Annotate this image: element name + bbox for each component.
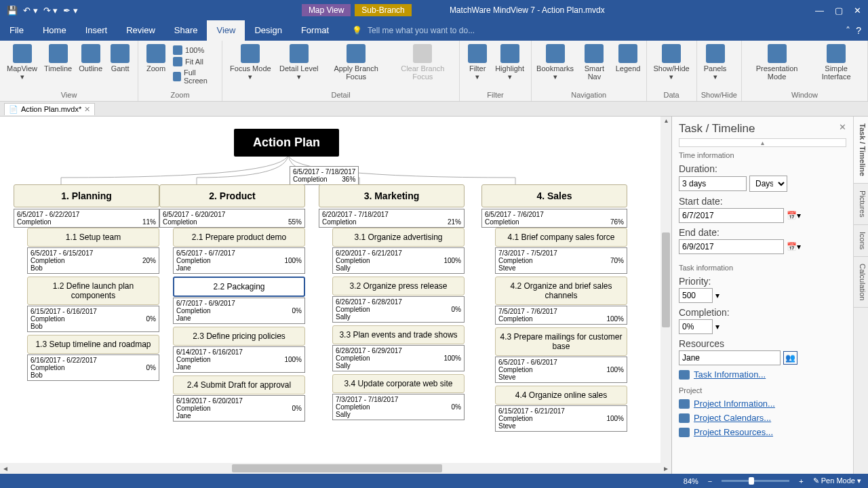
calendar-icon[interactable]: 📅▾ (787, 242, 801, 251)
document-tab[interactable]: 📄 Action Plan.mvdx* ✕ (4, 103, 95, 115)
priority-input[interactable] (679, 288, 713, 303)
task-node[interactable]: 4.1 Brief company sales force (495, 228, 627, 247)
group-zoom-label: Zoom (142, 91, 218, 100)
task-timeline-panel: Task / Timeline✕ ▴ Time information Dura… (671, 117, 868, 474)
zoom-out-icon[interactable]: − (708, 477, 712, 485)
tab-share[interactable]: Share (165, 20, 208, 41)
task-node[interactable]: 3.1 Organize advertising (332, 228, 465, 247)
panels-button[interactable]: Panels▾ (701, 43, 730, 82)
completion-input[interactable] (679, 319, 713, 334)
legend-button[interactable]: Legend (614, 43, 642, 74)
save-icon[interactable]: 💾 (7, 5, 18, 16)
context-tab-subbranch[interactable]: Sub-Branch (355, 4, 411, 16)
calendar-icon[interactable]: 📅▾ (787, 211, 801, 220)
task-node[interactable]: 3.2 Organize press release (332, 277, 465, 296)
context-tab-mapview[interactable]: Map View (302, 4, 351, 16)
task-node[interactable]: 2.1 Prepare product demo (173, 228, 305, 247)
full-screen-button[interactable]: Full Screen (171, 68, 218, 85)
vertical-scrollbar[interactable]: ▴ (660, 117, 671, 463)
branch-head[interactable]: 1. Planning (14, 184, 159, 207)
pen-mode-button[interactable]: ✎ Pen Mode ▾ (813, 476, 861, 485)
smart-nav-button[interactable]: Smart Nav (576, 43, 612, 82)
map-canvas[interactable]: Action Plan 6/5/2017 - 7/18/2017 Complet… (0, 117, 671, 474)
outline-button[interactable]: Outline (76, 43, 105, 74)
zoom-in-icon[interactable]: + (799, 477, 803, 485)
panel-collapser[interactable]: ▴ (679, 138, 846, 147)
time-info-section: Time information (679, 151, 846, 159)
task-node[interactable]: 4.2 Organize and brief sales channels (495, 277, 627, 305)
task-information-link[interactable]: Task Information... (679, 369, 846, 380)
tab-file[interactable]: File (0, 20, 33, 41)
duration-input[interactable] (679, 176, 747, 191)
close-icon[interactable]: ✕ (854, 5, 861, 16)
redo-icon[interactable]: ↷ ▾ (43, 5, 58, 16)
task-info: 6/19/2017 - 6/20/2017 Completion0% Jane (173, 395, 305, 422)
mapview-button[interactable]: MapView▾ (4, 43, 40, 82)
side-tab-icons[interactable]: Icons (854, 225, 868, 257)
end-date-input[interactable] (679, 239, 784, 254)
start-date-label: Start date: (679, 196, 846, 207)
simple-interface-button[interactable]: Simple Interface (809, 43, 863, 82)
task-node[interactable]: 4.3 Prepare mailings for customer base (495, 327, 627, 356)
highlight-button[interactable]: Highlight▾ (492, 43, 527, 82)
close-panel-icon[interactable]: ✕ (839, 122, 846, 136)
task-node[interactable]: 3.4 Update corporate web site (332, 374, 465, 393)
tab-insert[interactable]: Insert (76, 20, 117, 41)
tab-home[interactable]: Home (33, 20, 76, 41)
tab-design[interactable]: Design (245, 20, 291, 41)
apply-branch-focus-button[interactable]: Apply Branch Focus (323, 43, 389, 82)
tab-review[interactable]: Review (117, 20, 165, 41)
zoom-button[interactable]: Zoom (142, 43, 170, 74)
project-calendars-link[interactable]: Project Calendars... (679, 413, 846, 423)
side-tab-calculation[interactable]: Calculation (854, 257, 868, 308)
task-node[interactable]: 2.3 Define pricing policies (173, 327, 305, 346)
tell-me-search[interactable]: 💡Tell me what you want to do... (338, 20, 846, 41)
showhide-data-button[interactable]: Show/Hide▾ (651, 43, 692, 82)
style-icon[interactable]: ✒ ▾ (63, 5, 78, 16)
branch-info: 6/5/2017 - 6/20/2017 Completion55% (159, 209, 305, 228)
timeline-button[interactable]: Timeline (41, 43, 75, 74)
task-node[interactable]: 1.2 Define launch plan components (27, 277, 159, 305)
undo-icon[interactable]: ↶ ▾ (23, 5, 38, 16)
ribbon: MapView▾ Timeline Outline Gantt View Zoo… (0, 41, 868, 102)
root-node[interactable]: Action Plan (234, 129, 339, 157)
doc-tab-label: Action Plan.mvdx* (21, 105, 81, 113)
detail-level-button[interactable]: Detail Level ▾ (276, 43, 322, 82)
task-node[interactable]: 1.3 Setup timeline and roadmap (27, 335, 159, 354)
maximize-icon[interactable]: ▢ (835, 5, 843, 16)
zoom-level: 84% (684, 477, 698, 485)
start-date-input[interactable] (679, 208, 784, 223)
filter-button[interactable]: Filter▾ (464, 43, 491, 82)
focus-mode-button[interactable]: Focus Mode ▾ (226, 43, 275, 82)
project-information-link[interactable]: Project Information... (679, 399, 846, 409)
minimize-icon[interactable]: — (815, 5, 824, 16)
close-doc-icon[interactable]: ✕ (84, 105, 90, 114)
collapse-ribbon-icon[interactable]: ˄ (846, 25, 850, 36)
task-info: 6/15/2017 - 6/21/2017 Completion100% Ste… (495, 405, 627, 432)
branch-head[interactable]: 2. Product (159, 184, 305, 207)
side-tab-task-timeline[interactable]: Task / Timeline (854, 117, 868, 184)
zoom-100-button[interactable]: 100% (171, 45, 218, 56)
task-node[interactable]: 4.4 Organize online sales (495, 386, 627, 405)
branch-head[interactable]: 4. Sales (481, 184, 627, 207)
duration-unit-select[interactable]: Days (749, 176, 787, 192)
resources-input[interactable] (679, 350, 781, 365)
side-tab-pictures[interactable]: Pictures (854, 184, 868, 225)
window-title: MatchWare MindView 7 - Action Plan.mvdx (450, 5, 605, 15)
bookmarks-button[interactable]: Bookmarks▾ (536, 43, 574, 82)
task-node[interactable]: 2.4 Submit Draft for approval (173, 375, 305, 394)
zoom-slider[interactable] (722, 480, 789, 482)
gantt-button[interactable]: Gantt (106, 43, 134, 74)
project-resources-link[interactable]: Project Resources... (679, 427, 846, 437)
task-node[interactable]: 1.1 Setup team (27, 228, 159, 247)
presentation-mode-button[interactable]: Presentation Mode (746, 43, 808, 82)
tab-format[interactable]: Format (292, 20, 338, 41)
horizontal-scrollbar[interactable]: ◂▸ (0, 463, 671, 474)
tab-view[interactable]: View (207, 20, 245, 41)
task-node[interactable]: 2.2 Packaging (173, 277, 305, 297)
fit-all-button[interactable]: Fit All (171, 56, 218, 67)
resources-icon[interactable]: 👥 (783, 351, 797, 365)
branch-head[interactable]: 3. Marketing (319, 184, 465, 207)
help-icon[interactable]: ? (856, 25, 861, 36)
task-node[interactable]: 3.3 Plan events and trade shows (332, 325, 465, 344)
